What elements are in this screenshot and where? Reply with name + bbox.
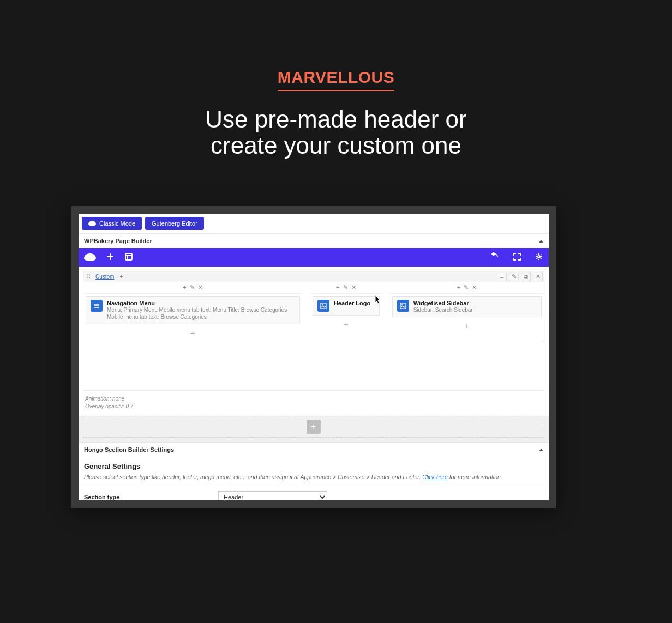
- widget-nav-title: Navigation Menu: [107, 300, 295, 306]
- settings-hint-suffix: for more information.: [448, 474, 502, 480]
- widget-sidebar-title: Widgetised Sidebar: [413, 300, 473, 306]
- col-add-icon[interactable]: +: [183, 284, 186, 291]
- column-1-add[interactable]: +: [83, 326, 302, 341]
- settings-hint: Please select section type like header, …: [79, 474, 549, 486]
- collapse-icon: [539, 240, 543, 243]
- add-section-button[interactable]: +: [307, 420, 321, 434]
- row-edit-button[interactable]: ✎: [509, 273, 519, 281]
- column-3-add[interactable]: +: [390, 319, 544, 334]
- wpbakery-title: WPBakery Page Builder: [84, 238, 152, 244]
- section-type-row: Section type Header: [79, 486, 549, 500]
- row-delete-button[interactable]: ✕: [533, 273, 543, 281]
- col-add-icon[interactable]: +: [457, 284, 460, 291]
- settings-hint-prefix: Please select section type like header, …: [84, 474, 422, 480]
- add-element-button[interactable]: [106, 252, 115, 262]
- row-controls: ⠿ Custom + – ✎ ⧉ ✕: [83, 271, 544, 282]
- classic-mode-label: Classic Mode: [99, 220, 135, 227]
- app-window: Classic Mode Gutenberg Editor WPBakery P…: [79, 214, 549, 500]
- undo-button[interactable]: [490, 252, 500, 263]
- column-3: + ✎ ✕ Widgetised Sidebar Sidebar: Search…: [390, 282, 544, 341]
- column-1-tools: + ✎ ✕: [83, 282, 302, 294]
- svg-rect-2: [125, 253, 132, 260]
- row-clone-button[interactable]: ⧉: [521, 273, 531, 281]
- section-type-select[interactable]: Header: [218, 491, 327, 500]
- col-delete-icon[interactable]: ✕: [472, 284, 477, 291]
- headline-line-1: Use pre-made header or: [205, 106, 466, 132]
- drag-handle-icon[interactable]: ⠿: [85, 273, 92, 281]
- widget-widgetised-sidebar[interactable]: Widgetised Sidebar Sidebar: Search Sideb…: [392, 296, 542, 317]
- builder-canvas: ⠿ Custom + – ✎ ⧉ ✕ + ✎ ✕: [79, 267, 549, 416]
- col-delete-icon[interactable]: ✕: [351, 284, 356, 291]
- widget-sidebar-desc: Sidebar: Search Sidebar: [413, 306, 473, 313]
- gutenberg-editor-button[interactable]: Gutenberg Editor: [145, 217, 204, 230]
- templates-button[interactable]: [124, 252, 133, 262]
- headline: Use pre-made header or create your custo…: [0, 106, 672, 159]
- col-edit-icon[interactable]: ✎: [190, 284, 195, 291]
- col-delete-icon[interactable]: ✕: [198, 284, 203, 291]
- meta-overlay: Overlay opacity: 0.7: [85, 403, 542, 410]
- section-type-label: Section type: [84, 494, 218, 500]
- general-settings-title: General Settings: [79, 457, 549, 474]
- settings-hint-link[interactable]: Click here: [422, 474, 448, 480]
- row-add-button[interactable]: +: [117, 273, 125, 281]
- image-icon: [317, 300, 329, 312]
- row-meta: Animation: none Overlay opacity: 0.7: [83, 390, 544, 414]
- wpbakery-toolbar: [79, 248, 549, 267]
- collapse-icon: [539, 449, 543, 451]
- svg-rect-9: [321, 303, 326, 309]
- col-edit-icon[interactable]: ✎: [343, 284, 348, 291]
- headline-line-2: create your custom one: [211, 132, 461, 159]
- column-3-tools: + ✎ ✕: [390, 282, 544, 294]
- column-2-tools: + ✎ ✕: [310, 282, 382, 294]
- tag-icon: [88, 221, 96, 226]
- app-frame: Classic Mode Gutenberg Editor WPBakery P…: [71, 206, 556, 508]
- widget-navigation-menu[interactable]: Navigation Menu Menu: Primary Menu Mobil…: [86, 296, 300, 324]
- column-1: + ✎ ✕ Navigation Menu Menu: Primary Menu…: [83, 282, 302, 341]
- fullscreen-button[interactable]: [513, 252, 521, 262]
- gutenberg-editor-label: Gutenberg Editor: [152, 220, 197, 227]
- mode-bar: Classic Mode Gutenberg Editor: [79, 214, 549, 233]
- col-add-icon[interactable]: +: [336, 284, 339, 291]
- settings-button[interactable]: [535, 252, 543, 262]
- svg-point-12: [401, 304, 403, 305]
- column-2-add[interactable]: +: [310, 318, 382, 332]
- svg-rect-11: [400, 303, 406, 309]
- meta-animation: Animation: none: [85, 395, 542, 403]
- widget-header-logo[interactable]: Header Logo: [313, 296, 380, 316]
- wpbakery-panel-header[interactable]: WPBakery Page Builder: [79, 233, 549, 248]
- svg-point-10: [322, 304, 323, 305]
- eyebrow: MARVELLOUS: [278, 68, 394, 91]
- classic-mode-button[interactable]: Classic Mode: [82, 217, 142, 230]
- col-edit-icon[interactable]: ✎: [464, 284, 469, 291]
- widget-logo-title: Header Logo: [334, 300, 370, 306]
- row-label[interactable]: Custom: [94, 274, 115, 280]
- image-icon: [397, 300, 409, 312]
- add-section-strip: +: [83, 416, 544, 438]
- hongo-panel-title: Hongo Section Builder Settings: [84, 446, 174, 453]
- hongo-panel-header[interactable]: Hongo Section Builder Settings: [79, 442, 549, 457]
- row-collapse-button[interactable]: –: [497, 273, 507, 281]
- svg-point-5: [538, 256, 540, 258]
- menu-icon: [91, 300, 103, 312]
- wpbakery-logo-icon: [84, 253, 96, 261]
- widget-nav-desc: Menu: Primary Menu Mobile menu tab text:…: [107, 306, 295, 320]
- row-columns: + ✎ ✕ Navigation Menu Menu: Primary Menu…: [83, 282, 544, 341]
- column-2: + ✎ ✕ Header Logo +: [310, 282, 382, 341]
